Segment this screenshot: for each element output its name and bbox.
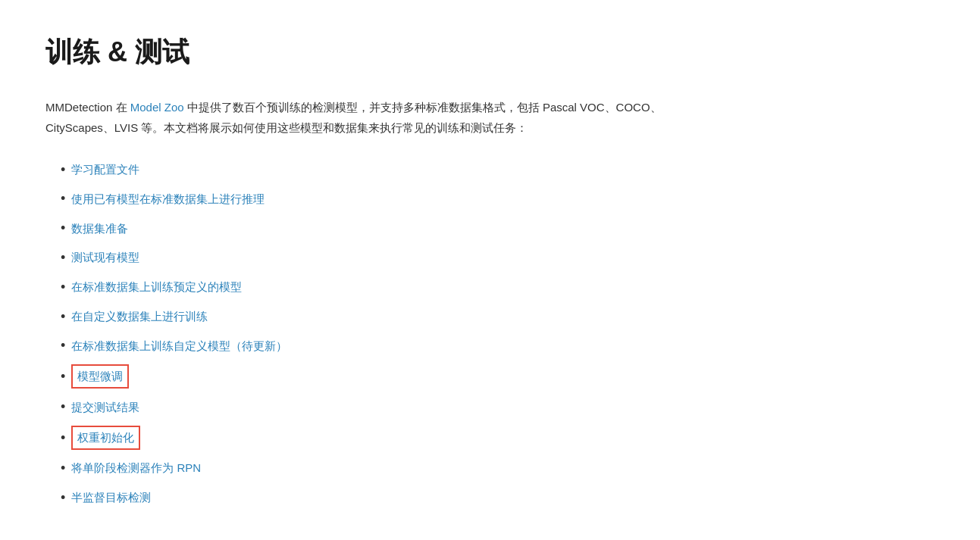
toc-link-item-6[interactable]: 在自定义数据集上进行训练 <box>71 307 208 326</box>
intro-text-part1: MMDetection 在 <box>45 101 130 114</box>
toc-link-item-5[interactable]: 在标准数据集上训练预定义的模型 <box>71 278 242 296</box>
list-item: 将单阶段检测器作为 RPN <box>61 457 935 479</box>
table-of-contents: 学习配置文件使用已有模型在标准数据集上进行推理数据集准备测试现有模型在标准数据集… <box>61 159 935 509</box>
model-zoo-link[interactable]: Model Zoo <box>130 101 184 114</box>
toc-link-item-12[interactable]: 半监督目标检测 <box>71 488 151 507</box>
list-item: 在自定义数据集上进行训练 <box>61 306 935 328</box>
toc-link-item-11[interactable]: 将单阶段检测器作为 RPN <box>71 459 201 477</box>
list-item: 使用已有模型在标准数据集上进行推理 <box>61 188 935 210</box>
list-item: 半监督目标检测 <box>61 487 935 509</box>
list-item: 在标准数据集上训练预定义的模型 <box>61 276 935 298</box>
toc-link-item-2[interactable]: 使用已有模型在标准数据集上进行推理 <box>71 190 265 208</box>
toc-link-item-7[interactable]: 在标准数据集上训练自定义模型（待更新） <box>71 337 287 355</box>
list-item: 测试现有模型 <box>61 247 935 269</box>
list-item: 提交测试结果 <box>61 396 935 418</box>
toc-link-item-10[interactable]: 权重初始化 <box>77 431 134 444</box>
toc-link-item-9[interactable]: 提交测试结果 <box>71 398 139 417</box>
page-title: 训练 & 测试 <box>45 30 935 74</box>
list-item: 模型微调 <box>61 364 935 389</box>
intro-paragraph: MMDetection 在 Model Zoo 中提供了数百个预训练的检测模型，… <box>45 97 728 138</box>
toc-link-item-4[interactable]: 测试现有模型 <box>71 248 139 267</box>
list-item: 在标准数据集上训练自定义模型（待更新） <box>61 335 935 357</box>
list-item: 数据集准备 <box>61 217 935 239</box>
list-item: 学习配置文件 <box>61 159 935 181</box>
toc-link-item-8[interactable]: 模型微调 <box>77 370 123 382</box>
toc-link-item-1[interactable]: 学习配置文件 <box>71 161 139 179</box>
toc-link-item-3[interactable]: 数据集准备 <box>71 220 128 238</box>
list-item: 权重初始化 <box>61 426 935 450</box>
